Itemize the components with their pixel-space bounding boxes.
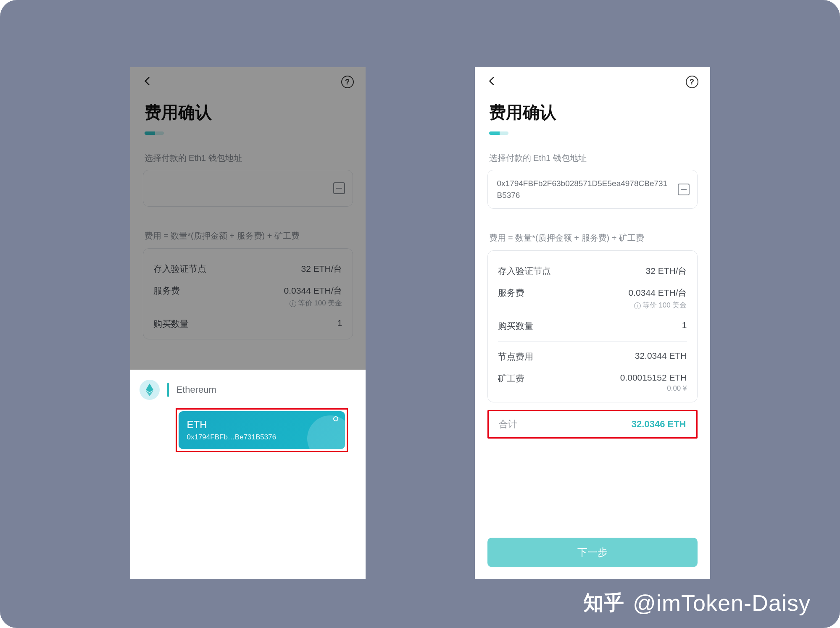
deposit-label: 存入验证节点 <box>498 265 551 277</box>
miner-fee-value: 0.00015152 ETH 0.00 ¥ <box>620 373 687 393</box>
phone-left: ? 费用确认 选择付款的 Eth1 钱包地址 费用 = 数量*(质押金额 + 服… <box>130 67 366 579</box>
title-underline <box>489 131 508 135</box>
address-input[interactable]: 0x1794FBFb2F63b028571D5E5ea4978CBe731B53… <box>487 170 698 209</box>
wallet-select-label: 选择付款的 Eth1 钱包地址 <box>475 135 710 170</box>
screenshot-canvas: ? 费用确认 选择付款的 Eth1 钱包地址 费用 = 数量*(质押金额 + 服… <box>0 0 840 628</box>
cost-card: 存入验证节点 32 ETH/台 服务费 0.0344 ETH/台 i等价 100… <box>487 250 698 402</box>
ethereum-icon[interactable] <box>140 380 160 400</box>
active-indicator <box>167 383 169 397</box>
wallet-picker-sheet: Ethereum ETH 0x1794FBFb…Be731B5376 <box>130 370 366 579</box>
total-label: 合计 <box>499 418 517 431</box>
next-button[interactable]: 下一步 <box>487 538 698 567</box>
chain-label: Ethereum <box>176 384 216 395</box>
total-value: 32.0346 ETH <box>632 419 686 430</box>
node-fee-label: 节点费用 <box>498 351 533 363</box>
total-highlight: 合计 32.0346 ETH <box>487 410 698 439</box>
qty-label: 购买数量 <box>498 320 533 332</box>
fee-formula: 费用 = 数量*(质押金额 + 服务费) + 矿工费 <box>475 209 710 250</box>
phone-right: ? 费用确认 选择付款的 Eth1 钱包地址 0x1794FBFb2F63b02… <box>475 67 710 579</box>
node-fee-value: 32.0344 ETH <box>635 351 687 361</box>
modal-backdrop[interactable] <box>130 67 366 370</box>
address-text: 0x1794FBFb2F63b028571D5E5ea4978CBe731B53… <box>497 179 668 200</box>
back-icon[interactable] <box>487 76 498 88</box>
wallet-card-eth[interactable]: ETH 0x1794FBFb…Be731B5376 <box>179 411 345 449</box>
page-title: 费用确认 <box>475 97 710 126</box>
service-label: 服务费 <box>498 287 524 299</box>
highlight-box: ETH 0x1794FBFb…Be731B5376 <box>176 408 348 452</box>
next-button-label: 下一步 <box>577 546 608 559</box>
info-icon: i <box>634 302 641 309</box>
zhihu-logo-text: 知乎 <box>583 589 624 616</box>
deposit-value: 32 ETH/台 <box>645 265 687 277</box>
help-icon[interactable]: ? <box>686 76 698 88</box>
service-value: 0.0344 ETH/台 i等价 100 美金 <box>629 287 687 310</box>
divider <box>498 341 687 342</box>
watermark-author: @imToken-Daisy <box>633 590 811 616</box>
qty-value: 1 <box>682 320 687 330</box>
miner-fee-label: 矿工费 <box>498 373 524 384</box>
scan-icon[interactable] <box>678 184 690 195</box>
watermark: 知乎 @imToken-Daisy <box>583 589 811 616</box>
